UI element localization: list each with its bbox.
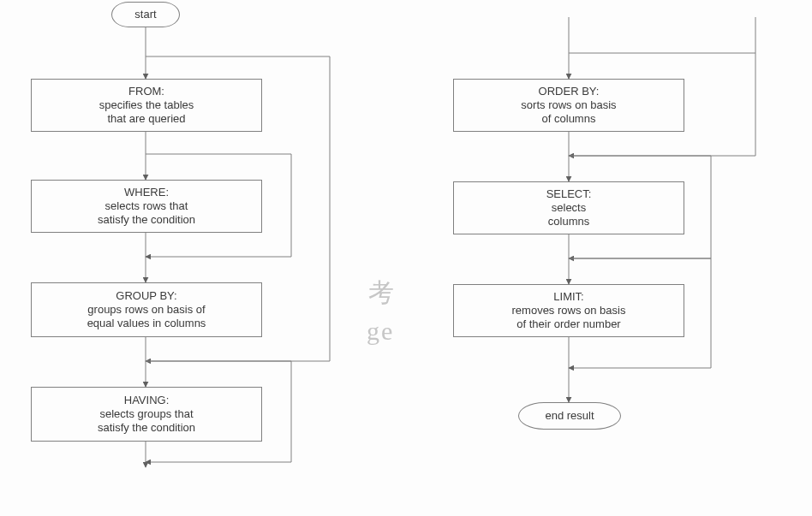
groupby-line2: equal values in columns: [87, 317, 206, 330]
node-start: start: [111, 2, 180, 27]
orderby-line1: sorts rows on basis: [521, 98, 616, 112]
node-having: HAVING: selects groups that satisfy the …: [31, 387, 262, 442]
watermark-icon: ge: [367, 317, 394, 346]
groupby-title: GROUP BY:: [116, 289, 176, 303]
node-from: FROM: specifies the tables that are quer…: [31, 79, 262, 132]
limit-line1: removes rows on basis: [512, 304, 626, 317]
having-title: HAVING:: [124, 394, 170, 407]
watermark-icon: 考: [368, 276, 394, 311]
node-select: SELECT: selects columns: [453, 181, 684, 234]
from-title: FROM:: [128, 85, 164, 98]
select-line2: columns: [548, 215, 589, 228]
having-line1: selects groups that: [99, 407, 193, 421]
start-label: start: [134, 8, 156, 21]
node-groupby: GROUP BY: groups rows on basis of equal …: [31, 282, 262, 337]
where-line2: satisfy the condition: [98, 213, 195, 227]
from-line2: that are queried: [107, 112, 185, 126]
limit-title: LIMIT:: [553, 290, 583, 304]
node-limit: LIMIT: removes rows on basis of their or…: [453, 284, 684, 337]
from-line1: specifies the tables: [99, 98, 194, 112]
node-orderby: ORDER BY: sorts rows on basis of columns: [453, 79, 684, 132]
select-title: SELECT:: [546, 187, 592, 201]
select-line1: selects: [552, 201, 586, 215]
orderby-line2: of columns: [542, 112, 596, 126]
where-title: WHERE:: [124, 186, 169, 199]
groupby-line1: groups rows on basis of: [87, 303, 205, 317]
having-line2: satisfy the condition: [98, 421, 195, 435]
node-end: end result: [518, 402, 621, 430]
limit-line2: of their order number: [516, 317, 620, 331]
orderby-title: ORDER BY:: [539, 85, 600, 98]
node-where: WHERE: selects rows that satisfy the con…: [31, 180, 262, 233]
where-line1: selects rows that: [105, 199, 188, 213]
end-label: end result: [545, 409, 594, 423]
